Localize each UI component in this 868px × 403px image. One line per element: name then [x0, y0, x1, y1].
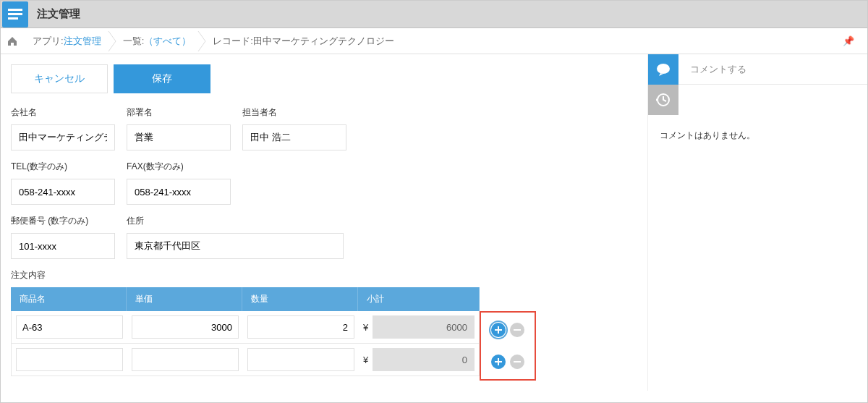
department-label: 部署名 — [127, 106, 231, 119]
postal-label: 郵便番号 (数字のみ) — [11, 215, 115, 227]
add-row-button[interactable] — [491, 355, 506, 369]
order-section-label: 注文内容 — [11, 269, 637, 281]
home-icon[interactable] — [7, 35, 18, 47]
svg-rect-1 — [8, 13, 22, 15]
comment-icon — [656, 63, 671, 76]
fax-input[interactable] — [127, 179, 231, 205]
row-name-input[interactable] — [16, 315, 123, 339]
th-price: 単価 — [127, 287, 242, 311]
row-price-input[interactable] — [132, 348, 239, 371]
comment-placeholder: コメントする — [678, 63, 867, 76]
contact-label: 担当者名 — [242, 106, 346, 119]
add-row-button[interactable] — [491, 323, 506, 337]
th-subtotal: 小計 — [358, 287, 480, 311]
row-actions — [484, 346, 532, 378]
row-actions — [484, 314, 532, 346]
row-subtotal: 6000 — [373, 315, 475, 339]
plus-icon — [495, 358, 502, 365]
app-header: 注文管理 — [1, 1, 867, 28]
app-title: 注文管理 — [37, 7, 80, 21]
company-label: 会社名 — [11, 106, 115, 119]
history-row[interactable] — [648, 85, 867, 115]
app-icon — [2, 1, 28, 27]
currency-symbol: ¥ — [363, 355, 368, 365]
row-price-input[interactable] — [132, 315, 239, 339]
comment-header[interactable]: コメントする — [648, 54, 867, 85]
breadcrumb-app[interactable]: アプリ: 注文管理 — [27, 31, 114, 51]
breadcrumb-bar: アプリ: 注文管理 一覧: （すべて） レコード: 田中マーケティングテクノロジ… — [1, 28, 867, 54]
no-comment-text: コメントはありません。 — [648, 115, 867, 156]
th-name: 商品名 — [11, 287, 127, 311]
remove-row-button[interactable] — [510, 355, 524, 369]
row-name-input[interactable] — [16, 348, 123, 371]
address-input[interactable] — [127, 233, 344, 259]
th-qty: 数量 — [242, 287, 358, 311]
currency-symbol: ¥ — [363, 322, 368, 333]
row-subtotal: 0 — [373, 348, 475, 371]
row-qty-input[interactable] — [247, 315, 354, 339]
tel-label: TEL(数字のみ) — [11, 161, 115, 173]
row-actions-highlight — [480, 311, 536, 381]
breadcrumb-record: レコード: 田中マーケティングテクノロジー — [207, 31, 407, 51]
table-row: ¥ 0 — [11, 344, 480, 376]
postal-input[interactable] — [11, 233, 115, 259]
address-label: 住所 — [127, 215, 344, 227]
table-header: 商品名 単価 数量 小計 — [11, 287, 480, 311]
table-row: ¥ 6000 — [11, 311, 480, 344]
comment-icon-box — [648, 54, 678, 85]
plus-icon — [495, 326, 502, 334]
remove-row-button[interactable] — [510, 323, 524, 337]
svg-point-3 — [657, 64, 670, 74]
tel-input[interactable] — [11, 179, 115, 205]
svg-rect-2 — [8, 17, 18, 20]
comment-panel: コメントする コメントはありません。 — [647, 54, 867, 391]
contact-input[interactable] — [242, 124, 346, 150]
department-input[interactable] — [127, 124, 231, 150]
form-area: キャンセル 保存 会社名 部署名 担当者名 TEL(数字のみ) F — [1, 54, 647, 391]
order-table: 商品名 単価 数量 小計 — [11, 287, 480, 311]
history-icon-box — [648, 85, 678, 115]
history-icon — [656, 93, 671, 107]
save-button[interactable]: 保存 — [114, 64, 210, 93]
pin-icon[interactable]: 📌 — [843, 35, 854, 46]
minus-icon — [514, 326, 521, 334]
list-icon — [8, 9, 22, 20]
company-input[interactable] — [11, 124, 115, 150]
breadcrumb-list[interactable]: 一覧: （すべて） — [117, 31, 205, 51]
svg-rect-0 — [8, 9, 22, 11]
fax-label: FAX(数字のみ) — [127, 161, 231, 173]
cancel-button[interactable]: キャンセル — [11, 64, 108, 93]
minus-icon — [514, 358, 521, 365]
row-qty-input[interactable] — [247, 348, 354, 371]
